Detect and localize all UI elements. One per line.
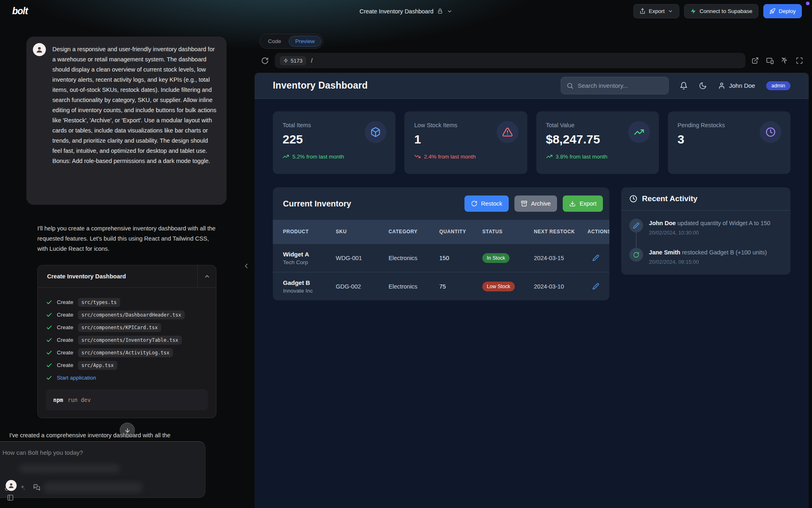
product-name: Gadget B <box>283 279 336 286</box>
inventory-search-input[interactable]: Search inventory... <box>561 77 669 94</box>
artifact-step: Create src/components/KPICard.tsx <box>46 321 208 334</box>
chat-input-box[interactable]: How can Bolt help you today? <box>0 441 205 498</box>
artifact-step: Create src/components/DashboardHeader.ts… <box>46 308 208 321</box>
cell-quantity[interactable]: 75 <box>439 283 482 290</box>
activity-text: updated quantity of Widget A to 150 <box>677 220 770 226</box>
port-chip[interactable]: 5173 <box>280 56 306 65</box>
recent-activity-card: Recent Activity John Doe updated quantit… <box>621 187 790 275</box>
code-preview-segmented-control: Code Preview <box>259 34 323 49</box>
inspect-cursor-icon[interactable] <box>781 57 788 65</box>
col-actions: Actions <box>587 228 609 235</box>
step-file[interactable]: src/types.ts <box>78 298 121 307</box>
restock-button[interactable]: Restock <box>464 195 509 212</box>
artifact-step: Create src/types.ts <box>46 296 208 308</box>
step-file[interactable]: src/components/DashboardHeader.tsx <box>78 310 185 319</box>
user-menu[interactable]: John Doe <box>718 82 755 89</box>
preview-iframe: Inventory Dashboard Search inventory... … <box>255 73 809 508</box>
artifact-step: Create src/App.tsx <box>46 359 208 371</box>
col-quantity: Quantity <box>439 228 482 235</box>
user-icon <box>718 82 726 89</box>
trending-up-icon <box>546 153 553 160</box>
fullscreen-icon[interactable] <box>796 57 803 65</box>
artifact-card: Create Inventory Dashboard Create src/ty… <box>37 265 216 418</box>
export-csv-button[interactable]: Export <box>563 195 603 212</box>
bolt-logo[interactable]: bolt <box>12 6 28 17</box>
check-icon <box>46 375 52 381</box>
artifact-step: Create src/components/ActivityLog.tsx <box>46 346 208 359</box>
archive-button[interactable]: Archive <box>514 195 557 212</box>
step-file[interactable]: src/components/KPICard.tsx <box>78 323 162 332</box>
edit-pencil-icon[interactable] <box>592 254 599 261</box>
kpi-card-pending-restocks: Pending Restocks 3 <box>668 111 790 174</box>
top-bar: bolt Create Inventory Dashboard Export C… <box>0 0 812 22</box>
activity-item: John Doe updated quantity of Widget A to… <box>629 219 782 236</box>
sparkles-icon[interactable] <box>19 484 26 491</box>
bell-icon[interactable] <box>680 82 688 90</box>
collapse-chat-panel-button[interactable] <box>242 262 250 270</box>
search-placeholder: Search inventory... <box>578 82 628 89</box>
step-action: Create <box>57 350 73 356</box>
chevron-up-icon <box>204 273 210 280</box>
export-csv-label: Export <box>579 200 596 207</box>
product-supplier: Tech Corp <box>283 259 336 265</box>
edit-pencil-icon[interactable] <box>592 283 599 290</box>
archive-label: Archive <box>531 200 551 207</box>
package-icon <box>370 127 381 137</box>
step-action: Create <box>57 312 73 318</box>
user-message: Design a responsive and user-friendly in… <box>26 37 227 205</box>
pencil-icon <box>633 222 639 229</box>
refresh-icon <box>471 200 477 207</box>
connect-supabase-button[interactable]: Connect to Supabase <box>684 4 758 18</box>
step-file[interactable]: src/App.tsx <box>78 361 117 370</box>
table-row[interactable]: Widget A Tech Corp WDG-001 Electronics 1… <box>273 243 609 272</box>
kpi-card-total-items: Total Items 225 5.2% from last month <box>273 111 395 174</box>
open-external-icon[interactable] <box>752 57 759 65</box>
account-avatar[interactable] <box>6 480 17 491</box>
export-label: Export <box>649 8 665 14</box>
artifact-step: Create src/components/InventoryTable.tsx <box>46 334 208 346</box>
step-file[interactable]: src/components/ActivityLog.tsx <box>78 348 173 357</box>
connect-supabase-label: Connect to Supabase <box>700 8 752 14</box>
tab-preview[interactable]: Preview <box>289 36 321 47</box>
reload-icon[interactable] <box>261 57 269 65</box>
browser-address-bar: 5173 / <box>255 51 809 70</box>
scroll-to-bottom-button[interactable] <box>120 423 135 438</box>
trending-up-icon <box>283 153 289 160</box>
table-column-headers: Product SKU Category Quantity Status Nex… <box>273 220 609 243</box>
col-category: Category <box>389 228 439 235</box>
sidebar-toggle-icon[interactable] <box>7 494 14 501</box>
blurred-suggestion <box>43 482 143 493</box>
activity-timestamp: 20/02/2024, 10:30:00 <box>649 230 770 236</box>
start-application-label[interactable]: Start application <box>57 375 96 381</box>
cell-quantity[interactable]: 150 <box>439 255 482 261</box>
assistant-intro-text: I'll help you create a comprehensive inv… <box>37 224 216 254</box>
step-file[interactable]: src/components/InventoryTable.tsx <box>78 336 182 345</box>
user-message-text: Design a responsive and user-friendly in… <box>52 43 218 198</box>
cell-sku: GDG-002 <box>336 283 389 290</box>
supabase-bolt-icon <box>690 8 696 14</box>
chevron-down-icon[interactable] <box>447 9 453 14</box>
export-button[interactable]: Export <box>633 4 679 18</box>
download-icon <box>569 200 576 207</box>
view-tabs: Code Preview <box>255 31 809 51</box>
inventory-table-title: Current Inventory <box>283 199 351 208</box>
url-input[interactable]: 5173 / <box>275 53 745 68</box>
project-title: Create Inventory Dashboard <box>359 8 433 15</box>
table-row[interactable]: Gadget B Innovate Inc GDG-002 Electronic… <box>273 272 609 300</box>
deploy-button[interactable]: Deploy <box>763 4 802 18</box>
activity-text: restocked Gadget B (+100 units) <box>682 249 767 256</box>
kpi-cards: Total Items 225 5.2% from last month Low… <box>273 111 790 174</box>
notification-dot <box>806 2 810 5</box>
activity-timestamp: 20/02/2024, 09:15:00 <box>649 259 767 265</box>
chat-bubbles-icon[interactable] <box>33 484 40 491</box>
project-title-group[interactable]: Create Inventory Dashboard <box>359 8 452 15</box>
preview-toolbar-icons <box>752 57 803 65</box>
check-icon <box>46 324 52 331</box>
activity-actor: John Doe <box>649 220 676 226</box>
responsive-devices-icon[interactable] <box>766 57 774 65</box>
dark-mode-toggle-icon[interactable] <box>699 82 707 90</box>
collapse-artifact-button[interactable] <box>197 265 216 287</box>
kpi-card-total-value: Total Value $8,247.75 3.8% from last mon… <box>536 111 659 174</box>
step-action: Create <box>57 362 73 368</box>
tab-code[interactable]: Code <box>261 36 287 47</box>
